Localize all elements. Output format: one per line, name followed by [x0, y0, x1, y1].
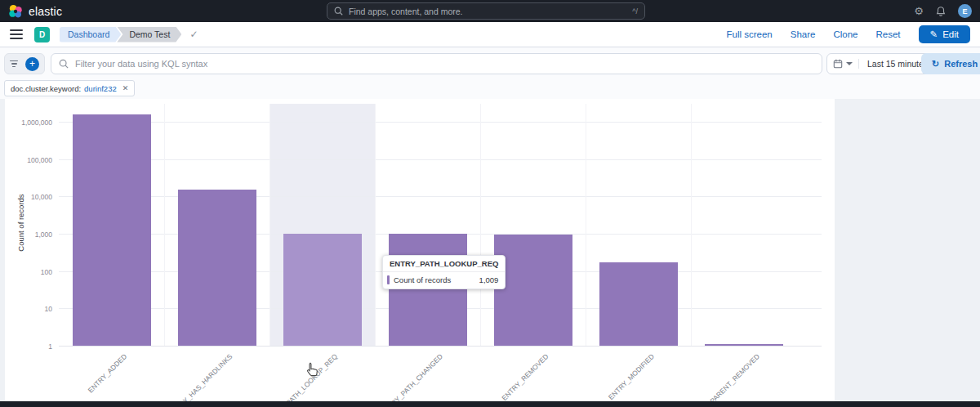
- elastic-logo[interactable]: elastic: [8, 4, 62, 19]
- search-icon: [334, 7, 343, 16]
- tooltip-series-swatch: [387, 275, 390, 284]
- tooltip-value: 1,009: [468, 275, 499, 284]
- kql-placeholder: Filter your data using KQL syntax: [75, 59, 207, 69]
- y-axis-tick-label: 10,000: [5, 193, 52, 201]
- x-axis-tick-label: ENTRY_ADDED: [87, 352, 129, 395]
- y-axis-tick-label: 1,000: [5, 230, 52, 239]
- notifications-bell-icon[interactable]: [935, 6, 947, 17]
- bar-ENTRY_PARENT_REMOVED[interactable]: [705, 344, 783, 346]
- x-axis-tick-label: ENTRY_MODIFIED: [607, 352, 656, 401]
- filter-funnel-icon[interactable]: [10, 60, 18, 68]
- x-gridline: [480, 104, 481, 346]
- clone-button[interactable]: Clone: [833, 29, 858, 39]
- x-axis-line: [59, 346, 822, 347]
- bar-ENTRY_PATH_LOOKUP_REQ[interactable]: [283, 234, 362, 346]
- search-icon: [59, 59, 69, 69]
- bottom-strip: [0, 401, 980, 407]
- pencil-icon: ✎: [930, 29, 938, 40]
- refresh-button[interactable]: ↻ Refresh: [921, 53, 980, 74]
- y-gridline: [59, 196, 822, 197]
- filter-pill[interactable]: doc.cluster.keyword: durinf232 ✕: [4, 80, 135, 96]
- filter-controls-group: +: [4, 53, 45, 74]
- breadcrumb-dashboard[interactable]: Dashboard: [60, 27, 121, 42]
- x-gridline: [164, 104, 165, 346]
- x-axis-tick-label: ENTRY_HAS_HARDLINKS: [168, 352, 234, 407]
- edit-button[interactable]: ✎ Edit: [919, 25, 970, 43]
- y-axis-tick-label: 1,000,000: [5, 119, 52, 127]
- bar-ENTRY_HAS_HARDLINKS[interactable]: [178, 190, 256, 346]
- add-filter-button[interactable]: +: [25, 57, 39, 71]
- brand-name: elastic: [29, 5, 62, 18]
- x-gridline: [375, 104, 376, 346]
- refresh-button-label: Refresh: [944, 59, 978, 69]
- bar-ENTRY_MODIFIED[interactable]: [599, 262, 678, 346]
- bar-ENTRY_REMOVED[interactable]: [494, 235, 572, 346]
- menu-hamburger-icon[interactable]: [10, 29, 23, 39]
- bar-ENTRY_PATH_CHANGED[interactable]: [389, 234, 467, 346]
- y-axis-title: Count of records: [16, 178, 25, 268]
- refresh-icon: ↻: [932, 59, 939, 69]
- gear-icon[interactable]: ⚙: [914, 6, 924, 16]
- nav-row: D Dashboard Demo Test ✓ Full screen Shar…: [0, 22, 980, 47]
- global-search-input[interactable]: Find apps, content, and more. ^/: [327, 2, 645, 20]
- mouse-hand-cursor: [305, 362, 318, 378]
- bar-ENTRY_ADDED[interactable]: [73, 114, 151, 346]
- filter-pill-value: durinf232: [84, 84, 117, 93]
- filter-bar: + Filter your data using KQL syntax Last…: [0, 47, 980, 99]
- top-header: elastic Find apps, content, and more. ^/…: [0, 0, 980, 22]
- tooltip-title: ENTRY_PATH_LOOKUP_REQ: [383, 256, 505, 272]
- x-axis-tick-label: ENTRY_PATH_LOOKUP_REQ: [265, 352, 340, 407]
- calendar-icon: [833, 59, 843, 69]
- y-gridline: [59, 159, 822, 160]
- full-screen-button[interactable]: Full screen: [726, 29, 772, 39]
- x-axis-tick-label: ENTRY_PARENT_REMOVED: [688, 352, 760, 407]
- tooltip-series-label: Count of records: [394, 275, 451, 284]
- shortcut-hint: ^/: [632, 7, 638, 16]
- calendar-button[interactable]: [827, 59, 859, 69]
- user-avatar[interactable]: E: [958, 4, 972, 18]
- elastic-logo-icon: [8, 4, 23, 19]
- y-axis-tick-label: 100,000: [5, 156, 52, 164]
- x-axis-tick-label: ENTRY_PATH_CHANGED: [380, 352, 444, 407]
- filter-pill-field: doc.cluster.keyword:: [11, 84, 81, 93]
- edit-button-label: Edit: [942, 29, 959, 39]
- bar-chart-panel[interactable]: Count of records ENTRY_PATH_LOOKUP_REQ C…: [5, 99, 835, 401]
- x-axis-tick-label: ENTRY_REMOVED: [501, 352, 550, 402]
- y-axis-tick-label: 100: [5, 268, 52, 276]
- remove-filter-icon[interactable]: ✕: [122, 84, 129, 92]
- kql-search-input[interactable]: Filter your data using KQL syntax: [51, 53, 822, 74]
- dashboard-badge[interactable]: D: [34, 27, 50, 42]
- y-axis-tick-label: 1: [5, 342, 52, 351]
- x-gridline: [270, 104, 270, 346]
- x-gridline: [586, 104, 586, 346]
- chevron-down-icon: [846, 62, 853, 65]
- chart-tooltip: ENTRY_PATH_LOOKUP_REQ Count of records 1…: [382, 255, 506, 289]
- date-picker-group: Last 15 minutes: [826, 53, 937, 74]
- reset-button[interactable]: Reset: [875, 29, 900, 39]
- saved-check-icon: ✓: [189, 29, 198, 40]
- y-gridline: [59, 122, 822, 123]
- share-button[interactable]: Share: [791, 29, 816, 39]
- x-gridline: [691, 104, 692, 346]
- breadcrumb-demo-test[interactable]: Demo Test: [117, 27, 181, 42]
- global-search-placeholder: Find apps, content, and more.: [349, 7, 626, 16]
- y-axis-tick-label: 10: [5, 305, 52, 313]
